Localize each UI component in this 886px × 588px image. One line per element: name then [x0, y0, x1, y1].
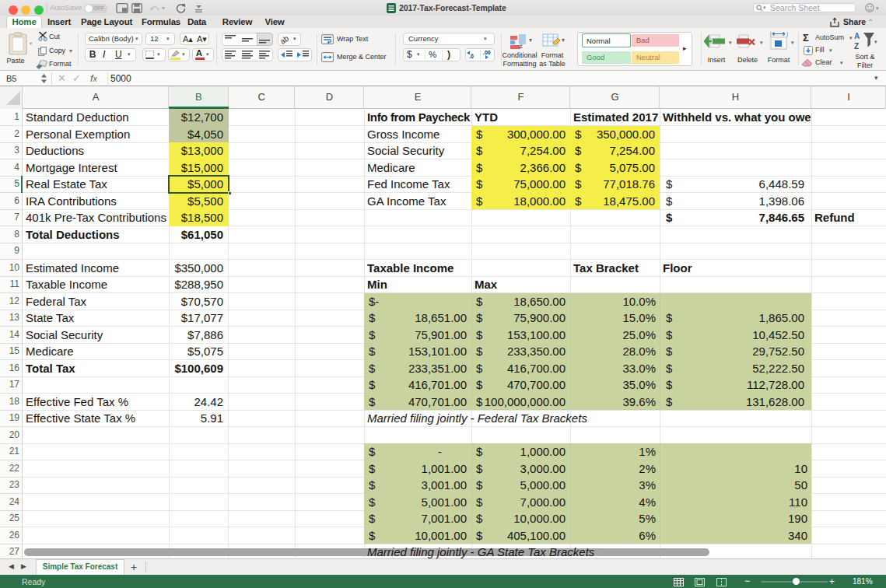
svg-text:←: ← [471, 51, 475, 55]
svg-text:Z: Z [854, 42, 859, 51]
svg-text:.00: .00 [483, 50, 491, 55]
svg-text:A: A [854, 32, 860, 40]
svg-text:≠: ≠ [519, 43, 523, 50]
svg-text:❳: ❳ [785, 31, 789, 37]
